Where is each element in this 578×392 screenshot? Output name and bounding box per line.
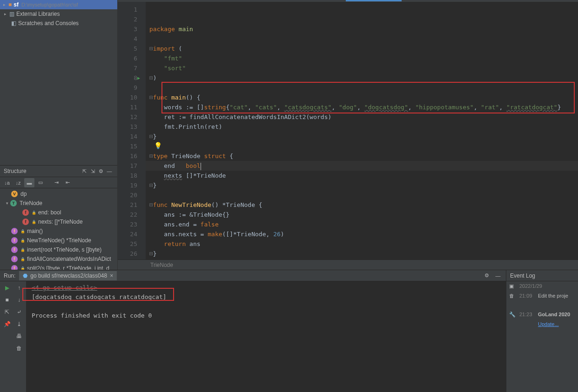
gear-icon[interactable]: ⚙ <box>483 272 491 280</box>
event-log-body[interactable]: ▣ 2022/1/29 🗑 21:09 Edit the proje 🔧 21:… <box>506 281 578 392</box>
sort2-icon[interactable]: ↓z <box>13 178 23 187</box>
code-line[interactable]: ans := &TrieNode{} <box>146 210 578 219</box>
group-icon[interactable]: ▭ <box>35 178 46 187</box>
structure-item[interactable]: Vdp <box>0 189 117 199</box>
line-number[interactable]: 2 <box>118 14 137 24</box>
autoscroll-icon[interactable]: ⇥ <box>51 178 61 187</box>
code-line[interactable] <box>146 259 578 259</box>
line-number[interactable]: 6 <box>118 53 137 63</box>
print-icon[interactable]: 🖶 <box>14 332 24 341</box>
structure-item[interactable]: ▾TTrieNode <box>0 199 117 208</box>
close-icon[interactable]: × <box>110 272 113 279</box>
line-number[interactable]: 18 <box>118 171 137 180</box>
breadcrumb[interactable]: TrieNode <box>118 259 578 270</box>
code-line[interactable]: ⊟func NewTrieNode() *TrieNode { <box>146 200 578 210</box>
hide-icon[interactable]: — <box>105 167 114 175</box>
code-line[interactable]: ⊟type TrieNode struct { <box>146 151 578 161</box>
code-line[interactable] <box>146 34 578 44</box>
structure-item[interactable]: f🔒nexts: []*TrieNode <box>0 217 117 226</box>
console-output[interactable]: <4 go setup calls> [dogcatsdog catsdogca… <box>26 281 506 392</box>
line-number[interactable]: 9 <box>118 83 137 93</box>
line-number[interactable]: 13 <box>118 122 137 132</box>
gear-icon[interactable]: ⚙ <box>97 167 105 175</box>
code-line[interactable]: package main <box>146 24 578 34</box>
code-line[interactable]: ⊟func main() { <box>146 93 578 102</box>
code-line[interactable] <box>146 190 578 200</box>
external-libraries[interactable]: ▸ ▥ External Libraries <box>0 9 117 19</box>
line-number[interactable]: 26 <box>118 249 137 259</box>
filter-icon[interactable]: ▬ <box>24 178 34 187</box>
line-number[interactable]: 17 <box>118 161 137 171</box>
intention-bulb-icon[interactable]: 💡 <box>154 142 162 149</box>
collapse-icon[interactable]: ⇲ <box>88 167 97 175</box>
code-line[interactable]: fmt.Println(ret) <box>146 122 578 132</box>
code-line[interactable]: "fmt" <box>146 53 578 63</box>
line-number[interactable]: 22 <box>118 210 137 219</box>
scroll-icon[interactable]: ⤓ <box>14 319 24 329</box>
structure-item[interactable]: f🔒NewTrieNode() *TrieNode <box>0 236 117 245</box>
code-line[interactable]: ⊟} <box>146 132 578 141</box>
structure-item[interactable]: f🔒main() <box>0 226 117 236</box>
code-line[interactable] <box>146 83 578 93</box>
code-line[interactable]: "sort" <box>146 63 578 73</box>
project-root[interactable]: ▸ ■ sf D:\mysetup\gopath\src\sf <box>0 0 117 9</box>
trash-icon[interactable]: 🗑 <box>509 293 517 299</box>
code-line[interactable]: nexts []*TrieNode <box>146 171 578 180</box>
code-line[interactable]: ⊟import ( <box>146 44 578 53</box>
structure-item[interactable]: f🔒findAllConcatenatedWordsInADict <box>0 254 117 264</box>
up-icon[interactable]: ↑ <box>14 283 24 292</box>
expand-icon[interactable]: ⇱ <box>80 167 88 175</box>
project-tree[interactable]: ▸ ■ sf D:\mysetup\gopath\src\sf ▸ ▥ Exte… <box>0 0 117 165</box>
line-number[interactable]: 25 <box>118 239 137 249</box>
line-number[interactable]: 10 <box>118 93 137 102</box>
check-icon[interactable]: ▣ <box>509 283 517 289</box>
structure-item[interactable]: f🔒end: bool <box>0 208 117 217</box>
line-number[interactable]: 14 <box>118 132 137 141</box>
scratches-consoles[interactable]: ◧ Scratches and Consoles <box>0 19 117 28</box>
code-line[interactable]: return ans <box>146 239 578 249</box>
line-number[interactable]: 1 <box>118 5 137 14</box>
line-gutter[interactable]: 1234567▶89101112131415161718192021222324… <box>118 2 146 259</box>
line-number[interactable]: 7 <box>118 63 137 73</box>
code-line[interactable] <box>146 141 578 151</box>
sort-icon[interactable]: ↓a <box>2 178 12 187</box>
line-number[interactable]: 3 <box>118 24 137 34</box>
line-number[interactable]: 21 <box>118 200 137 210</box>
minimize-icon[interactable]: — <box>494 272 502 280</box>
code-line[interactable]: ⊟} <box>146 180 578 190</box>
update-link[interactable]: Update... <box>538 321 559 327</box>
code-line[interactable]: ⊟} <box>146 249 578 259</box>
run-tab[interactable]: ⬣ go build sf/newclass2/class048 × <box>19 271 117 280</box>
line-number[interactable]: 15 <box>118 141 137 151</box>
exit-icon[interactable]: ⇱ <box>2 307 12 317</box>
line-number[interactable]: 4 <box>118 34 137 44</box>
structure-item[interactable]: f🔒insert(root *TrieNode, s []byte) <box>0 245 117 254</box>
rerun-icon[interactable]: ▶ <box>2 283 12 292</box>
line-number[interactable]: 12 <box>118 112 137 122</box>
line-number[interactable]: 23 <box>118 219 137 229</box>
pin-icon[interactable]: 📌 <box>2 319 12 329</box>
line-number[interactable]: 20 <box>118 190 137 200</box>
line-number[interactable]: 19 <box>118 180 137 190</box>
code-area[interactable]: package main⊟import ( "fmt" "sort"⊟)⊟fun… <box>146 2 578 259</box>
line-number[interactable]: 5 <box>118 44 137 53</box>
code-line[interactable]: ans.nexts = make([]*TrieNode, 26) <box>146 229 578 239</box>
line-number[interactable]: 24 <box>118 229 137 239</box>
editor-body[interactable]: 1234567▶89101112131415161718192021222324… <box>118 2 578 259</box>
code-line[interactable]: ret := findAllConcatenatedWordsInADict2(… <box>146 112 578 122</box>
autoscroll2-icon[interactable]: ⇤ <box>62 178 73 187</box>
trash-icon[interactable]: 🗑 <box>14 344 24 353</box>
code-line[interactable]: ans.end = false <box>146 219 578 229</box>
setup-calls[interactable]: <4 go setup calls> <box>32 284 97 291</box>
code-line[interactable]: ⊟) <box>146 73 578 83</box>
run-gutter-icon[interactable]: ▶ <box>137 73 140 83</box>
wrench-icon[interactable]: 🔧 <box>509 312 517 318</box>
line-number[interactable]: 8 <box>118 73 137 83</box>
structure-tree[interactable]: Vdp▾TTrieNodef🔒end: boolf🔒nexts: []*Trie… <box>0 188 117 273</box>
code-line[interactable]: end bool <box>146 161 578 171</box>
line-number[interactable]: 11 <box>118 102 137 112</box>
stop-icon[interactable]: ■ <box>2 295 12 305</box>
down-icon[interactable]: ↓ <box>14 295 24 305</box>
softwrap-icon[interactable]: ⤶ <box>14 307 24 317</box>
code-line[interactable]: words := []string{"cat", "cats", "catsdo… <box>146 102 578 112</box>
